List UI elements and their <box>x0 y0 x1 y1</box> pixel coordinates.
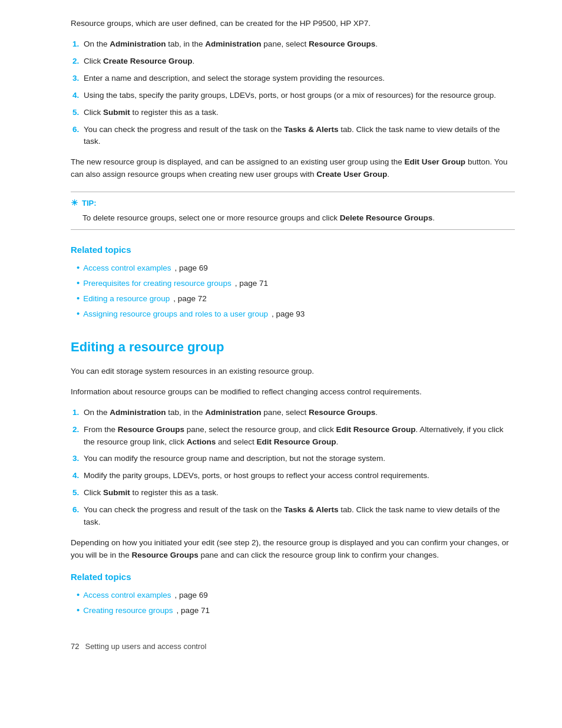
related-item-1-4: Assigning resource groups and roles to a… <box>77 308 515 321</box>
step-2-2-bold4: Edit Resource Group <box>256 437 336 446</box>
tip-label: ☀ TIP: <box>71 197 515 210</box>
step-1-1-bold2: Administration <box>205 39 261 48</box>
tip-box: ☀ TIP: To delete resource groups, select… <box>71 192 515 230</box>
related-topics-heading-1: Related topics <box>71 243 515 256</box>
step-1-1-bold3: Resource Groups <box>309 39 375 48</box>
step-1-6-bold: Tasks & Alerts <box>284 125 338 134</box>
body-paragraph-1: The new resource group is displayed, and… <box>71 156 515 181</box>
step-1-4: Using the tabs, specify the parity group… <box>81 90 515 102</box>
related-item-2-1: Access control examples, page 69 <box>77 589 515 602</box>
related-link-1-1[interactable]: Access control examples <box>83 262 171 275</box>
tip-bold: Delete Resource Groups <box>340 213 433 222</box>
page-content: Resource groups, which are user defined,… <box>0 0 562 728</box>
step-2-6: You can check the progress and result of… <box>81 504 515 529</box>
step-2-5-bold: Submit <box>103 488 130 497</box>
related-item-1-2: Prerequisites for creating resource grou… <box>77 278 515 290</box>
step-1-2: Click Create Resource Group. <box>81 55 515 68</box>
step-2-2-bold3: Actions <box>187 437 216 446</box>
step-2-1: On the Administration tab, in the Admini… <box>81 407 515 419</box>
related-list-1: Access control examples, page 69 Prerequ… <box>77 262 515 321</box>
related-item-2-2: Creating resource groups, page 71 <box>77 605 515 617</box>
intro-paragraph: Resource groups, which are user defined,… <box>71 18 515 30</box>
intro-text: Resource groups, which are user defined,… <box>71 19 371 28</box>
related-link-2-1[interactable]: Access control examples <box>83 589 171 602</box>
tip-content: To delete resource groups, select one or… <box>71 212 515 225</box>
related-page-2-1: , page 69 <box>175 589 208 602</box>
step-2-2-bold2: Edit Resource Group <box>336 425 415 434</box>
step-2-1-bold3: Resource Groups <box>309 408 375 417</box>
related-item-1-3: Editing a resource group, page 72 <box>77 293 515 305</box>
related-item-1-1: Access control examples, page 69 <box>77 262 515 275</box>
related-page-1-1: , page 69 <box>175 262 208 275</box>
related-link-1-4[interactable]: Assigning resource groups and roles to a… <box>83 308 268 321</box>
related-topics-section-2: Related topics Access control examples, … <box>71 570 515 617</box>
step-1-3: Enter a name and description, and select… <box>81 73 515 85</box>
step-2-2-bold1: Resource Groups <box>118 425 184 434</box>
steps-list-2: On the Administration tab, in the Admini… <box>81 407 515 529</box>
tip-label-text: TIP: <box>82 197 97 209</box>
step-1-1-bold1: Administration <box>110 39 166 48</box>
section2-heading: Editing a resource group <box>71 337 515 357</box>
footer: 72 Setting up users and access control <box>71 641 515 653</box>
step-2-1-bold2: Administration <box>205 408 261 417</box>
step-1-5-bold: Submit <box>103 108 130 117</box>
related-link-1-2[interactable]: Prerequisites for creating resource grou… <box>83 278 231 290</box>
step-2-3: You can modify the resource group name a… <box>81 453 515 465</box>
related-topics-heading-2: Related topics <box>71 570 515 584</box>
body-para1-bold1: Edit User Group <box>405 157 466 166</box>
body-para1-bold2: Create User Group <box>316 170 387 179</box>
tip-icon: ☀ <box>71 197 78 210</box>
related-page-1-2: , page 71 <box>235 278 268 290</box>
step-2-5: Click Submit to register this as a task. <box>81 487 515 499</box>
footer-page-number: 72 <box>71 641 79 653</box>
related-page-1-3: , page 72 <box>173 293 206 305</box>
steps-list-1: On the Administration tab, in the Admini… <box>81 38 515 148</box>
step-1-6: You can check the progress and result of… <box>81 124 515 149</box>
related-list-2: Access control examples, page 69 Creatin… <box>77 589 515 617</box>
section2-intro2: Information about resource groups can be… <box>71 386 515 398</box>
step-2-6-bold: Tasks & Alerts <box>284 505 338 514</box>
related-page-1-4: , page 93 <box>272 308 305 321</box>
related-page-2-2: , page 71 <box>177 605 210 617</box>
related-topics-section-1: Related topics Access control examples, … <box>71 243 515 321</box>
step-1-2-bold: Create Resource Group <box>103 57 193 65</box>
body-para2-bold: Resource Groups <box>132 551 199 559</box>
body-paragraph-2: Depending on how you initiated your edit… <box>71 537 515 562</box>
step-1-5: Click Submit to register this as a task. <box>81 107 515 119</box>
section2-intro1: You can edit storage system resources in… <box>71 365 515 378</box>
step-1-1: On the Administration tab, in the Admini… <box>81 38 515 51</box>
step-2-2: From the Resource Groups pane, select th… <box>81 424 515 449</box>
step-2-1-bold1: Administration <box>110 408 166 417</box>
related-link-2-2[interactable]: Creating resource groups <box>83 605 173 617</box>
footer-text: Setting up users and access control <box>85 641 206 653</box>
related-link-1-3[interactable]: Editing a resource group <box>83 293 170 305</box>
step-2-4: Modify the parity groups, LDEVs, ports, … <box>81 470 515 482</box>
